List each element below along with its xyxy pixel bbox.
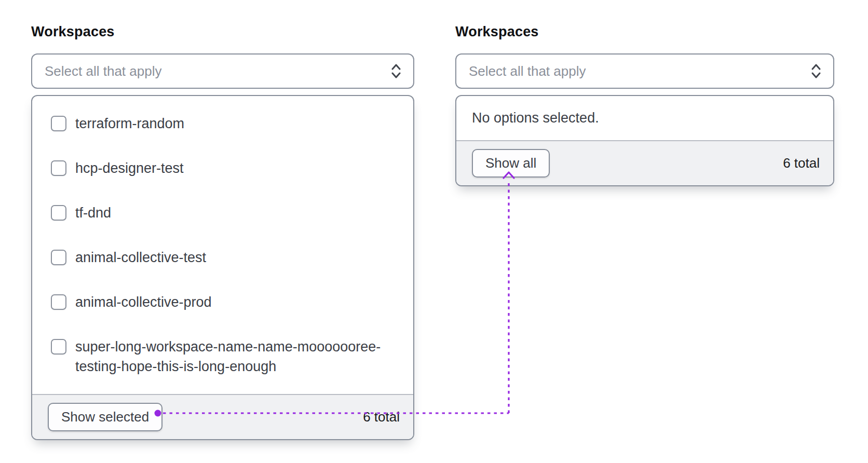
checkbox[interactable]	[51, 116, 66, 131]
checkbox[interactable]	[51, 160, 66, 176]
checkbox[interactable]	[51, 339, 66, 355]
checkbox[interactable]	[51, 250, 66, 265]
dropdown-footer: Show selected 6 total	[32, 394, 413, 439]
dropdown-footer: Show all 6 total	[456, 140, 833, 185]
chevrons-up-down-icon	[810, 63, 822, 79]
show-all-button[interactable]: Show all	[472, 149, 550, 178]
option-label: super-long-workspace-name-name-moooooore…	[75, 337, 395, 376]
select-placeholder: Select all that apply	[45, 63, 161, 79]
option-label: animal-collective-test	[75, 248, 206, 267]
show-selected-button[interactable]: Show selected	[48, 403, 162, 431]
checkbox[interactable]	[51, 294, 66, 310]
option-hcp-designer-test[interactable]: hcp-designer-test	[51, 146, 395, 190]
selected-options-panel: No options selected. Show all 6 total	[455, 95, 834, 186]
empty-state-message: No options selected.	[472, 110, 599, 126]
select-toggle[interactable]: Select all that apply	[455, 53, 834, 89]
option-label: tf-dnd	[75, 203, 111, 223]
checkbox[interactable]	[51, 205, 66, 221]
option-animal-collective-test[interactable]: animal-collective-test	[51, 235, 395, 280]
select-toggle[interactable]: Select all that apply	[31, 53, 414, 89]
empty-state: No options selected.	[456, 96, 833, 140]
select-placeholder: Select all that apply	[469, 63, 586, 79]
field-label: Workspaces	[31, 24, 414, 40]
chevrons-up-down-icon	[390, 63, 402, 79]
workspaces-multiselect-left: Workspaces Select all that apply terrafo…	[31, 24, 414, 440]
option-tf-dnd[interactable]: tf-dnd	[51, 190, 395, 235]
options-dropdown-panel: terraform-random hcp-designer-test tf-dn…	[31, 95, 414, 440]
option-label: animal-collective-prod	[75, 292, 212, 312]
workspaces-multiselect-right: Workspaces Select all that apply No opti…	[455, 24, 834, 186]
option-list: terraform-random hcp-designer-test tf-dn…	[32, 96, 413, 394]
option-super-long-workspace[interactable]: super-long-workspace-name-name-moooooore…	[51, 324, 395, 389]
field-label: Workspaces	[455, 24, 834, 40]
total-count: 6 total	[363, 409, 400, 425]
option-terraform-random[interactable]: terraform-random	[51, 101, 395, 146]
total-count: 6 total	[783, 155, 820, 171]
option-label: hcp-designer-test	[75, 158, 184, 178]
option-label: terraform-random	[75, 114, 184, 133]
option-animal-collective-prod[interactable]: animal-collective-prod	[51, 280, 395, 324]
